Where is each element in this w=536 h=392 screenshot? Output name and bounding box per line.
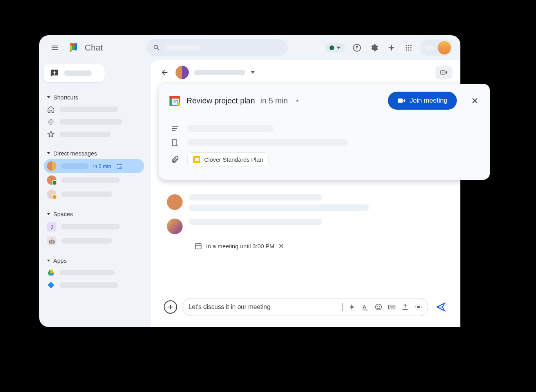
account-button[interactable] <box>420 40 453 56</box>
close-icon[interactable] <box>278 243 284 249</box>
chevron-up-icon[interactable] <box>293 97 301 105</box>
gif-icon[interactable]: GIF <box>388 303 396 311</box>
message-avatar <box>167 194 183 210</box>
svg-point-1 <box>406 45 407 46</box>
spaces-label: Spaces <box>53 211 73 217</box>
chevron-down-icon[interactable] <box>251 71 255 74</box>
calendar-icon: 31 <box>168 94 181 107</box>
meeting-time: in 5 min <box>261 96 288 105</box>
svg-rect-24 <box>196 244 201 249</box>
space-item[interactable]: 🤖 <box>44 234 144 248</box>
header: Chat <box>39 35 460 60</box>
svg-point-6 <box>410 47 411 48</box>
meeting-banner: 31 Review project plan in 5 min Join mee… <box>159 84 490 180</box>
sparkle-icon[interactable] <box>348 303 356 311</box>
main-content: + 31 Review project plan in 5 min Join m… <box>151 60 460 327</box>
apps-header[interactable]: Apps <box>44 255 144 266</box>
send-button[interactable] <box>434 300 448 314</box>
send-icon <box>436 302 446 312</box>
svg-text:+: + <box>442 70 444 74</box>
back-button[interactable] <box>159 67 170 78</box>
section-apps: Apps <box>44 255 144 291</box>
room-icon <box>171 138 179 147</box>
attachment-chip[interactable]: Clover Standards Plan <box>187 152 269 166</box>
svg-point-5 <box>408 47 409 48</box>
new-chat-button[interactable] <box>44 64 105 82</box>
message-input[interactable]: Let's discuss it in our meeting A GIF <box>183 298 428 316</box>
add-video-call-button[interactable]: + <box>435 66 453 79</box>
spaces-header[interactable]: Spaces <box>44 208 144 220</box>
app-item-jira[interactable] <box>44 279 144 291</box>
svg-point-27 <box>377 306 378 307</box>
apps-grid-button[interactable] <box>403 42 414 53</box>
format-icon[interactable]: A <box>361 303 369 311</box>
app-name: Chat <box>85 43 103 53</box>
svg-text:31: 31 <box>118 165 121 168</box>
svg-point-26 <box>376 304 382 310</box>
dm-item[interactable] <box>44 187 144 201</box>
apps-grid-icon <box>405 44 413 52</box>
help-icon <box>353 43 361 52</box>
shortcut-mentions[interactable]: @ <box>44 116 144 128</box>
status-chip[interactable] <box>325 43 345 52</box>
shortcut-home[interactable] <box>44 103 144 116</box>
banner-close-button[interactable] <box>469 95 480 106</box>
svg-point-3 <box>410 45 411 46</box>
section-shortcuts: Shortcuts @ <box>44 92 144 141</box>
app-item-drive[interactable] <box>44 266 144 279</box>
space-icon: J <box>47 222 56 231</box>
svg-text:A: A <box>362 304 366 310</box>
banner-location-row <box>168 138 480 147</box>
chat-name <box>194 70 245 75</box>
banner-attachment-row: Clover Standards Plan <box>168 152 480 166</box>
dm-item-active[interactable]: in 5 min 31 <box>44 159 144 173</box>
notes-icon <box>171 124 179 133</box>
join-meeting-button[interactable]: Join meeting <box>388 92 457 110</box>
dm-avatar <box>47 161 56 171</box>
gemini-button[interactable] <box>386 42 397 53</box>
message-text: Let's discuss it in our meeting <box>188 303 337 311</box>
space-item[interactable]: J <box>44 220 144 234</box>
emoji-icon[interactable] <box>375 303 382 311</box>
drive-icon <box>47 269 55 276</box>
shortcuts-header[interactable]: Shortcuts <box>44 92 144 103</box>
dm-avatar <box>47 190 56 199</box>
message-avatar <box>167 219 183 234</box>
add-button[interactable] <box>164 300 177 314</box>
search-bar[interactable] <box>147 39 288 56</box>
attachment-icon <box>171 155 179 164</box>
svg-text:31: 31 <box>173 99 179 105</box>
chat-avatar <box>176 66 189 79</box>
dm-item[interactable] <box>44 173 144 187</box>
dm-label: Direct messages <box>53 150 97 157</box>
svg-point-8 <box>408 49 409 51</box>
gear-icon <box>370 43 378 52</box>
record-icon[interactable] <box>415 303 422 311</box>
svg-rect-19 <box>170 96 180 99</box>
svg-point-7 <box>406 49 407 51</box>
join-label: Join meeting <box>410 97 447 105</box>
app-window: Chat <box>39 35 460 327</box>
svg-point-4 <box>406 47 407 48</box>
message <box>167 219 445 234</box>
banner-header: 31 Review project plan in 5 min Join mee… <box>168 92 480 110</box>
shortcuts-label: Shortcuts <box>53 94 78 101</box>
menu-button[interactable] <box>47 40 63 56</box>
mention-icon: @ <box>47 118 55 126</box>
star-icon <box>47 130 55 138</box>
message <box>167 194 445 211</box>
shortcut-starred[interactable] <box>44 128 144 141</box>
help-button[interactable] <box>351 42 362 53</box>
close-icon <box>471 97 479 105</box>
svg-point-9 <box>410 49 411 51</box>
svg-point-32 <box>417 306 420 309</box>
banner-desc-row <box>168 124 480 133</box>
upload-icon[interactable] <box>401 303 409 311</box>
settings-button[interactable] <box>369 42 380 53</box>
dm-header[interactable]: Direct messages <box>44 148 144 159</box>
search-icon <box>153 44 161 52</box>
body: Shortcuts @ Direct messages <box>39 60 460 327</box>
menu-icon <box>51 43 59 52</box>
bot-icon: 🤖 <box>47 236 56 246</box>
video-icon <box>397 96 406 105</box>
